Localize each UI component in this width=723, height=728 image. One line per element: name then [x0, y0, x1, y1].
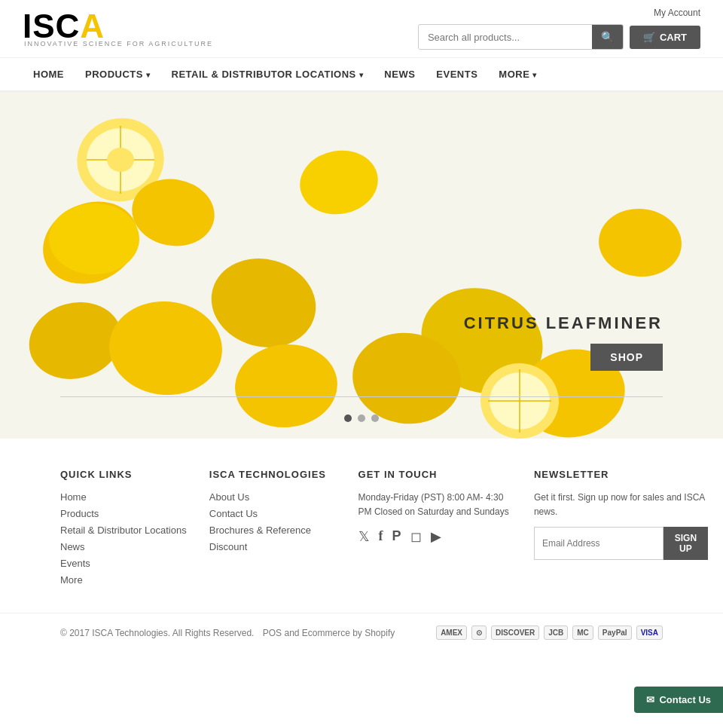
list-item: About Us — [209, 491, 343, 503]
contact-hours: Monday-Friday (PST) 8:00 AM- 4:30 PM Clo… — [358, 491, 519, 519]
list-item: Brochures & Reference — [209, 524, 343, 536]
hero-shop-button[interactable]: SHOP — [590, 344, 663, 371]
discover-icon: DISCOVER — [491, 626, 539, 640]
svg-point-4 — [107, 148, 134, 172]
my-account-link[interactable]: My Account — [654, 8, 700, 18]
isca-tech-title: ISCA TECHNOLOGIES — [209, 469, 343, 480]
logo-mark: ISCA — [23, 10, 104, 43]
header: ISCA INNOVATIVE SCIENCE FOR AGRICULTURE … — [0, 0, 723, 58]
list-item: Contact Us — [209, 507, 343, 519]
nav-item-more[interactable]: MORE ▾ — [488, 58, 548, 90]
quick-links-title: QUICK LINKS — [60, 469, 194, 480]
list-item: Discount — [209, 540, 343, 552]
list-item: Home — [60, 491, 194, 503]
hero-dot-3[interactable] — [371, 414, 379, 422]
main-nav: HOME PRODUCTS ▾ RETAIL & DISTRIBUTOR LOC… — [0, 58, 723, 92]
jcb-icon: JCB — [544, 626, 568, 640]
more-dropdown-icon: ▾ — [532, 71, 537, 79]
list-item: Products — [60, 507, 194, 519]
hero-dot-2[interactable] — [358, 414, 365, 422]
search-button[interactable]: 🔍 — [592, 25, 623, 49]
lemon-decoration — [0, 92, 723, 439]
logo: ISCA INNOVATIVE SCIENCE FOR AGRICULTURE — [23, 10, 213, 47]
nav-item-home[interactable]: HOME — [23, 58, 75, 90]
amex-icon: AMEX — [436, 626, 467, 640]
facebook-icon[interactable]: f — [379, 528, 383, 545]
diners-icon: ⊙ — [471, 626, 487, 640]
instagram-icon[interactable]: ◻ — [410, 528, 422, 545]
ecommerce-link[interactable]: Ecommerce by Shopify — [302, 628, 395, 638]
pos-text: POS and — [263, 628, 300, 638]
footer: QUICK LINKS Home Products Retail & Distr… — [0, 439, 723, 652]
retail-dropdown-icon: ▾ — [359, 71, 364, 79]
get-in-touch-title: GET IN TOUCH — [358, 469, 519, 480]
nav-item-products[interactable]: PRODUCTS ▾ — [75, 58, 161, 90]
list-item: News — [60, 540, 194, 552]
svg-point-19 — [294, 145, 383, 221]
hero-dot-1[interactable] — [344, 414, 352, 422]
cart-icon: 🛒 — [643, 32, 655, 43]
newsletter-signup-button[interactable]: SIGN UP — [664, 527, 708, 560]
list-item: Retail & Distributor Locations — [60, 524, 194, 536]
newsletter-title: NEWSLETTER — [534, 469, 708, 480]
svg-point-9 — [105, 297, 226, 400]
list-item: More — [60, 574, 194, 586]
cart-label: CART — [660, 32, 687, 43]
header-right: My Account 🔍 🛒 CART — [418, 8, 700, 50]
hero-title: CITRUS LEAFMINER — [464, 314, 663, 333]
footer-quick-links: QUICK LINKS Home Products Retail & Distr… — [60, 469, 202, 590]
svg-point-11 — [231, 340, 340, 431]
cart-button[interactable]: 🛒 CART — [630, 26, 700, 49]
products-dropdown-icon: ▾ — [146, 71, 151, 79]
pinterest-icon[interactable]: P — [392, 528, 401, 545]
payment-icons-row: AMEX ⊙ DISCOVER JCB MC PayPal VISA — [436, 626, 663, 640]
svg-point-6 — [49, 203, 139, 274]
hero-text-block: CITRUS LEAFMINER SHOP — [464, 314, 663, 371]
list-item: Events — [60, 557, 194, 569]
footer-copyright: © 2017 ISCA Technologies. All Rights Res… — [60, 628, 395, 638]
footer-bottom: © 2017 ISCA Technologies. All Rights Res… — [0, 613, 723, 652]
nav-item-events[interactable]: EVENTS — [426, 58, 488, 90]
svg-point-18 — [596, 205, 684, 280]
hero-section: CITRUS LEAFMINER SHOP — [0, 92, 723, 439]
newsletter-description: Get it first. Sign up now for sales and … — [534, 491, 708, 519]
youtube-icon[interactable]: ▶ — [431, 528, 441, 545]
search-form: 🔍 — [418, 24, 624, 50]
mastercard-icon: MC — [572, 626, 593, 640]
paypal-icon: PayPal — [598, 626, 632, 640]
nav-item-retail[interactable]: RETAIL & DISTRIBUTOR LOCATIONS ▾ — [161, 58, 374, 90]
social-icons-row: 𝕏 f P ◻ ▶ — [358, 528, 519, 545]
search-cart-row: 🔍 🛒 CART — [418, 24, 700, 50]
newsletter-form: SIGN UP — [534, 527, 708, 560]
logo-tagline: INNOVATIVE SCIENCE FOR AGRICULTURE — [24, 40, 213, 47]
nav-item-news[interactable]: NEWS — [374, 58, 426, 90]
footer-isca-tech: ISCA TECHNOLOGIES About Us Contact Us Br… — [209, 469, 351, 590]
copyright-text: © 2017 ISCA Technologies. All Rights Res… — [60, 628, 254, 638]
visa-icon: VISA — [636, 626, 663, 640]
footer-newsletter: NEWSLETTER Get it first. Sign up now for… — [534, 469, 708, 590]
footer-get-in-touch: GET IN TOUCH Monday-Friday (PST) 8:00 AM… — [358, 469, 526, 590]
newsletter-email-input[interactable] — [534, 527, 664, 560]
footer-columns: QUICK LINKS Home Products Retail & Distr… — [0, 469, 723, 590]
hero-dots — [344, 414, 379, 422]
search-input[interactable] — [419, 26, 592, 49]
hero-separator — [60, 396, 663, 397]
twitter-icon[interactable]: 𝕏 — [358, 528, 370, 545]
